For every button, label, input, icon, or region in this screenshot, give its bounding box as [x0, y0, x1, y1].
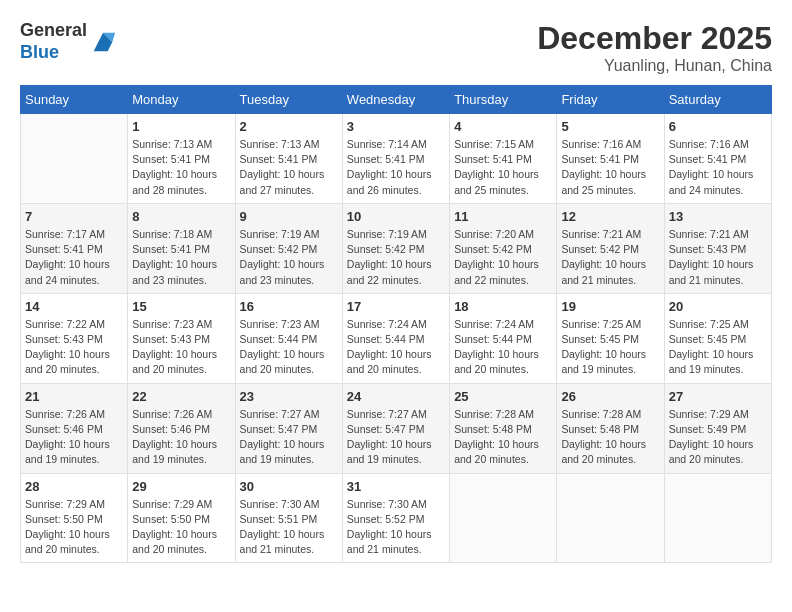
calendar-cell — [21, 114, 128, 204]
day-number: 4 — [454, 119, 552, 134]
day-number: 20 — [669, 299, 767, 314]
logo-general: General — [20, 20, 87, 40]
day-info: Sunrise: 7:17 AMSunset: 5:41 PMDaylight:… — [25, 227, 123, 288]
calendar-cell: 22Sunrise: 7:26 AMSunset: 5:46 PMDayligh… — [128, 383, 235, 473]
calendar-cell: 23Sunrise: 7:27 AMSunset: 5:47 PMDayligh… — [235, 383, 342, 473]
calendar-cell: 15Sunrise: 7:23 AMSunset: 5:43 PMDayligh… — [128, 293, 235, 383]
day-info: Sunrise: 7:16 AMSunset: 5:41 PMDaylight:… — [561, 137, 659, 198]
calendar-cell: 19Sunrise: 7:25 AMSunset: 5:45 PMDayligh… — [557, 293, 664, 383]
calendar-cell: 17Sunrise: 7:24 AMSunset: 5:44 PMDayligh… — [342, 293, 449, 383]
day-info: Sunrise: 7:28 AMSunset: 5:48 PMDaylight:… — [454, 407, 552, 468]
logo-blue: Blue — [20, 42, 59, 62]
calendar-cell: 11Sunrise: 7:20 AMSunset: 5:42 PMDayligh… — [450, 203, 557, 293]
calendar-week-3: 14Sunrise: 7:22 AMSunset: 5:43 PMDayligh… — [21, 293, 772, 383]
day-number: 24 — [347, 389, 445, 404]
calendar-cell: 13Sunrise: 7:21 AMSunset: 5:43 PMDayligh… — [664, 203, 771, 293]
calendar-week-1: 1Sunrise: 7:13 AMSunset: 5:41 PMDaylight… — [21, 114, 772, 204]
calendar-cell: 12Sunrise: 7:21 AMSunset: 5:42 PMDayligh… — [557, 203, 664, 293]
day-number: 19 — [561, 299, 659, 314]
logo: General Blue — [20, 20, 117, 63]
day-number: 2 — [240, 119, 338, 134]
header-thursday: Thursday — [450, 86, 557, 114]
day-number: 6 — [669, 119, 767, 134]
day-number: 5 — [561, 119, 659, 134]
day-info: Sunrise: 7:23 AMSunset: 5:43 PMDaylight:… — [132, 317, 230, 378]
day-info: Sunrise: 7:29 AMSunset: 5:49 PMDaylight:… — [669, 407, 767, 468]
day-number: 29 — [132, 479, 230, 494]
calendar-cell — [664, 473, 771, 563]
day-info: Sunrise: 7:30 AMSunset: 5:51 PMDaylight:… — [240, 497, 338, 558]
header-tuesday: Tuesday — [235, 86, 342, 114]
day-info: Sunrise: 7:21 AMSunset: 5:42 PMDaylight:… — [561, 227, 659, 288]
calendar-cell: 21Sunrise: 7:26 AMSunset: 5:46 PMDayligh… — [21, 383, 128, 473]
calendar-header-row: SundayMondayTuesdayWednesdayThursdayFrid… — [21, 86, 772, 114]
day-number: 17 — [347, 299, 445, 314]
calendar-week-5: 28Sunrise: 7:29 AMSunset: 5:50 PMDayligh… — [21, 473, 772, 563]
day-info: Sunrise: 7:25 AMSunset: 5:45 PMDaylight:… — [561, 317, 659, 378]
day-info: Sunrise: 7:19 AMSunset: 5:42 PMDaylight:… — [240, 227, 338, 288]
day-info: Sunrise: 7:19 AMSunset: 5:42 PMDaylight:… — [347, 227, 445, 288]
calendar-cell: 1Sunrise: 7:13 AMSunset: 5:41 PMDaylight… — [128, 114, 235, 204]
calendar-cell: 8Sunrise: 7:18 AMSunset: 5:41 PMDaylight… — [128, 203, 235, 293]
day-number: 31 — [347, 479, 445, 494]
calendar-cell: 30Sunrise: 7:30 AMSunset: 5:51 PMDayligh… — [235, 473, 342, 563]
day-number: 25 — [454, 389, 552, 404]
header-friday: Friday — [557, 86, 664, 114]
day-info: Sunrise: 7:26 AMSunset: 5:46 PMDaylight:… — [132, 407, 230, 468]
day-number: 18 — [454, 299, 552, 314]
day-number: 16 — [240, 299, 338, 314]
day-number: 14 — [25, 299, 123, 314]
header-monday: Monday — [128, 86, 235, 114]
calendar-cell: 9Sunrise: 7:19 AMSunset: 5:42 PMDaylight… — [235, 203, 342, 293]
calendar-week-4: 21Sunrise: 7:26 AMSunset: 5:46 PMDayligh… — [21, 383, 772, 473]
day-number: 27 — [669, 389, 767, 404]
month-title: December 2025 — [537, 20, 772, 57]
day-number: 30 — [240, 479, 338, 494]
day-number: 1 — [132, 119, 230, 134]
calendar-cell: 27Sunrise: 7:29 AMSunset: 5:49 PMDayligh… — [664, 383, 771, 473]
calendar-cell: 2Sunrise: 7:13 AMSunset: 5:41 PMDaylight… — [235, 114, 342, 204]
day-info: Sunrise: 7:21 AMSunset: 5:43 PMDaylight:… — [669, 227, 767, 288]
day-number: 22 — [132, 389, 230, 404]
calendar-cell: 18Sunrise: 7:24 AMSunset: 5:44 PMDayligh… — [450, 293, 557, 383]
day-number: 11 — [454, 209, 552, 224]
day-info: Sunrise: 7:20 AMSunset: 5:42 PMDaylight:… — [454, 227, 552, 288]
calendar-body: 1Sunrise: 7:13 AMSunset: 5:41 PMDaylight… — [21, 114, 772, 563]
day-info: Sunrise: 7:27 AMSunset: 5:47 PMDaylight:… — [347, 407, 445, 468]
calendar-cell: 24Sunrise: 7:27 AMSunset: 5:47 PMDayligh… — [342, 383, 449, 473]
calendar-cell: 26Sunrise: 7:28 AMSunset: 5:48 PMDayligh… — [557, 383, 664, 473]
header-sunday: Sunday — [21, 86, 128, 114]
calendar-cell: 28Sunrise: 7:29 AMSunset: 5:50 PMDayligh… — [21, 473, 128, 563]
day-number: 3 — [347, 119, 445, 134]
day-info: Sunrise: 7:30 AMSunset: 5:52 PMDaylight:… — [347, 497, 445, 558]
day-info: Sunrise: 7:14 AMSunset: 5:41 PMDaylight:… — [347, 137, 445, 198]
calendar-week-2: 7Sunrise: 7:17 AMSunset: 5:41 PMDaylight… — [21, 203, 772, 293]
calendar-cell: 7Sunrise: 7:17 AMSunset: 5:41 PMDaylight… — [21, 203, 128, 293]
calendar-cell: 6Sunrise: 7:16 AMSunset: 5:41 PMDaylight… — [664, 114, 771, 204]
page-header: General Blue December 2025 Yuanling, Hun… — [20, 20, 772, 75]
day-info: Sunrise: 7:29 AMSunset: 5:50 PMDaylight:… — [25, 497, 123, 558]
calendar-cell: 4Sunrise: 7:15 AMSunset: 5:41 PMDaylight… — [450, 114, 557, 204]
day-info: Sunrise: 7:28 AMSunset: 5:48 PMDaylight:… — [561, 407, 659, 468]
day-number: 28 — [25, 479, 123, 494]
day-number: 21 — [25, 389, 123, 404]
calendar-cell: 20Sunrise: 7:25 AMSunset: 5:45 PMDayligh… — [664, 293, 771, 383]
day-info: Sunrise: 7:15 AMSunset: 5:41 PMDaylight:… — [454, 137, 552, 198]
calendar-cell: 5Sunrise: 7:16 AMSunset: 5:41 PMDaylight… — [557, 114, 664, 204]
day-number: 13 — [669, 209, 767, 224]
calendar-cell: 14Sunrise: 7:22 AMSunset: 5:43 PMDayligh… — [21, 293, 128, 383]
calendar-cell — [450, 473, 557, 563]
day-info: Sunrise: 7:26 AMSunset: 5:46 PMDaylight:… — [25, 407, 123, 468]
header-wednesday: Wednesday — [342, 86, 449, 114]
calendar-cell: 25Sunrise: 7:28 AMSunset: 5:48 PMDayligh… — [450, 383, 557, 473]
day-info: Sunrise: 7:16 AMSunset: 5:41 PMDaylight:… — [669, 137, 767, 198]
calendar-cell: 16Sunrise: 7:23 AMSunset: 5:44 PMDayligh… — [235, 293, 342, 383]
calendar-cell: 3Sunrise: 7:14 AMSunset: 5:41 PMDaylight… — [342, 114, 449, 204]
day-number: 15 — [132, 299, 230, 314]
day-info: Sunrise: 7:13 AMSunset: 5:41 PMDaylight:… — [132, 137, 230, 198]
calendar-cell — [557, 473, 664, 563]
day-info: Sunrise: 7:24 AMSunset: 5:44 PMDaylight:… — [454, 317, 552, 378]
day-info: Sunrise: 7:23 AMSunset: 5:44 PMDaylight:… — [240, 317, 338, 378]
calendar-cell: 31Sunrise: 7:30 AMSunset: 5:52 PMDayligh… — [342, 473, 449, 563]
day-number: 12 — [561, 209, 659, 224]
